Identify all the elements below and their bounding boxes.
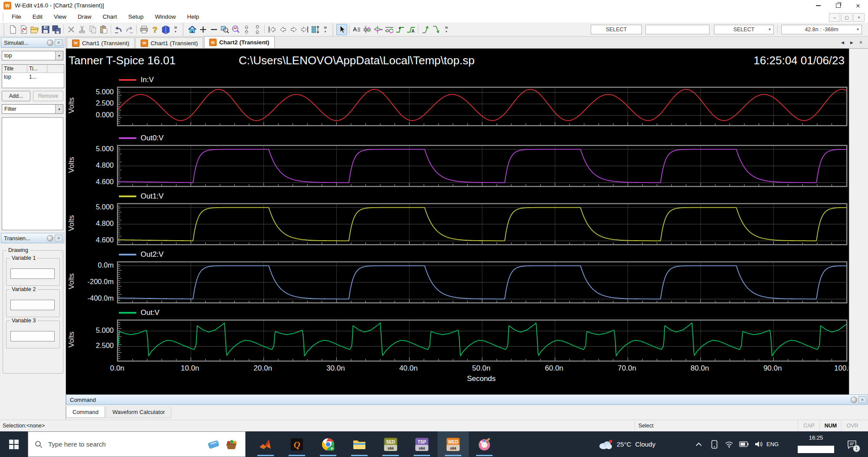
variable3-input[interactable] (10, 331, 55, 341)
waveform-plot-Out1:V[interactable] (117, 203, 847, 245)
menu-help[interactable]: Help (181, 11, 205, 23)
menu-draw[interactable]: Draw (72, 11, 97, 23)
go-back-icon[interactable] (277, 24, 288, 35)
select-combo-2[interactable]: SELECT ▼ (714, 25, 774, 34)
table-header-title[interactable]: Title (2, 65, 27, 73)
edge-add-icon[interactable] (395, 24, 405, 35)
matlab-taskbar-icon[interactable] (250, 431, 281, 457)
expand-vertical-icon[interactable] (241, 24, 252, 35)
trace-cross-icon[interactable] (373, 24, 384, 35)
save-icon[interactable] (40, 24, 51, 35)
select-cursor-icon[interactable] (336, 24, 347, 35)
save-all-icon[interactable] (51, 24, 62, 35)
start-button[interactable] (0, 431, 28, 457)
edge-label-icon[interactable]: A (405, 24, 416, 35)
trace-pair-icon[interactable] (362, 24, 373, 35)
annotate-icon[interactable]: A (351, 24, 362, 35)
rise-arrow-icon[interactable] (420, 24, 431, 35)
transient-panel-header[interactable]: Transien... × (1, 233, 64, 243)
tsp-tool-taskbar-icon[interactable]: TSPx64 (406, 431, 437, 457)
pin-icon[interactable] (47, 40, 53, 46)
toolbar-overflow-icon[interactable]: »▼ (443, 25, 450, 34)
new-file-icon[interactable] (7, 24, 18, 35)
collapse-vertical-icon[interactable] (252, 24, 263, 35)
waveform-plot-Out2:V[interactable] (117, 262, 847, 303)
panel-close-icon[interactable]: × (858, 396, 866, 403)
variable2-input[interactable] (10, 300, 55, 310)
command-panel-header[interactable]: Command × (66, 394, 868, 405)
file-explorer-taskbar-icon[interactable] (344, 431, 375, 457)
restore-button[interactable] (828, 0, 848, 11)
select-value-field[interactable] (645, 25, 710, 34)
menu-file[interactable]: File (6, 11, 27, 23)
simulations-panel-header[interactable]: Simulati... × (1, 37, 64, 48)
q-app-taskbar-icon[interactable]: Q (281, 431, 312, 457)
copy-icon[interactable] (87, 24, 98, 35)
panel-close-icon[interactable]: × (55, 235, 62, 242)
wed-tool-taskbar-icon[interactable]: WEDx64 (437, 431, 469, 457)
close-button[interactable]: × (848, 0, 868, 11)
filter-combo[interactable]: Filter ▼ (2, 104, 63, 114)
mdi-restore-button[interactable]: ▢ (841, 13, 852, 22)
chevron-down-icon[interactable]: ▼ (55, 51, 63, 60)
tab-waveform-calculator[interactable]: Waveform Calculator (106, 407, 171, 418)
help-icon[interactable]: ? (149, 24, 160, 35)
language-indicator[interactable]: ENG (766, 431, 779, 457)
tab-chart-1[interactable]: WChart1 (Transient) (67, 37, 135, 48)
zoom-out-icon[interactable] (208, 24, 219, 35)
paint-palette-taskbar-icon[interactable] (469, 431, 500, 457)
tab-chart-3[interactable]: WChart2 (Transient) (204, 36, 275, 48)
menu-view[interactable]: View (48, 11, 72, 23)
cut-icon[interactable] (76, 24, 87, 35)
tab-close-button[interactable]: × (857, 39, 865, 46)
mdi-minimize-button[interactable]: – (829, 13, 840, 22)
notification-center-button[interactable]: 1 (841, 431, 863, 457)
zoom-in-icon[interactable] (197, 24, 208, 35)
home-icon[interactable] (187, 24, 197, 35)
tray-expand-chevron-icon[interactable] (692, 431, 706, 457)
redo-icon[interactable] (124, 24, 135, 35)
zoom-full-icon[interactable] (230, 24, 241, 35)
toolbar-overflow-icon[interactable]: »▼ (322, 25, 329, 34)
pin-icon[interactable] (851, 397, 857, 403)
tab-command[interactable]: Command (66, 407, 105, 418)
taskbar-weather[interactable]: 25°C Cloudy (598, 431, 655, 457)
menu-window[interactable]: Window (149, 11, 181, 23)
go-first-icon[interactable] (266, 24, 277, 35)
waveform-plot-In:V[interactable] (117, 87, 847, 126)
open-icon[interactable] (29, 24, 40, 35)
menu-edit[interactable]: Edit (27, 11, 48, 23)
undo-icon[interactable] (113, 24, 124, 35)
table-row[interactable]: top 1... (2, 73, 64, 88)
filter-listbox[interactable] (2, 117, 63, 230)
reorder-icon[interactable] (310, 24, 321, 35)
sed-tool-taskbar-icon[interactable]: SEDx64 (375, 431, 406, 457)
go-forward-icon[interactable] (288, 24, 299, 35)
taskbar-search[interactable]: Type here to search (28, 431, 246, 457)
new-chart-icon[interactable] (18, 24, 29, 35)
toolbar-overflow-icon[interactable]: »▼ (172, 25, 179, 34)
menu-chart[interactable]: Chart (97, 11, 123, 23)
table-header-time[interactable]: Ti... (27, 65, 47, 73)
coordinate-readout[interactable]: 42.8n : -368m ▼ (781, 25, 862, 34)
waveform-chart-area[interactable]: Tanner T-Spice 16.01 C:\Users\LENOVO\App… (66, 49, 849, 394)
print-icon[interactable] (138, 24, 149, 35)
waveform-plot-Out:V[interactable] (117, 320, 847, 361)
phone-link-icon[interactable] (707, 431, 721, 457)
speaker-icon[interactable] (752, 431, 766, 457)
fall-arrow-icon[interactable] (431, 24, 442, 35)
taskbar-clock[interactable]: 16:25 (797, 431, 835, 457)
tab-chart-2[interactable]: WChart1 (Transient) (135, 37, 203, 48)
add-button[interactable]: Add... (2, 91, 30, 101)
simulation-combo[interactable]: top ▼ (2, 51, 63, 60)
menu-setup[interactable]: Setup (123, 11, 149, 23)
waveform-plot-Out0:V[interactable] (117, 145, 847, 187)
minimize-button[interactable] (808, 0, 828, 11)
zoom-box-icon[interactable] (219, 24, 230, 35)
go-last-icon[interactable] (299, 24, 310, 35)
battery-icon[interactable] (737, 431, 751, 457)
tab-scroll-right-button[interactable]: ▶ (848, 39, 855, 46)
delete-icon[interactable] (66, 24, 76, 35)
panel-close-icon[interactable]: × (55, 39, 62, 46)
pin-icon[interactable] (47, 235, 53, 242)
